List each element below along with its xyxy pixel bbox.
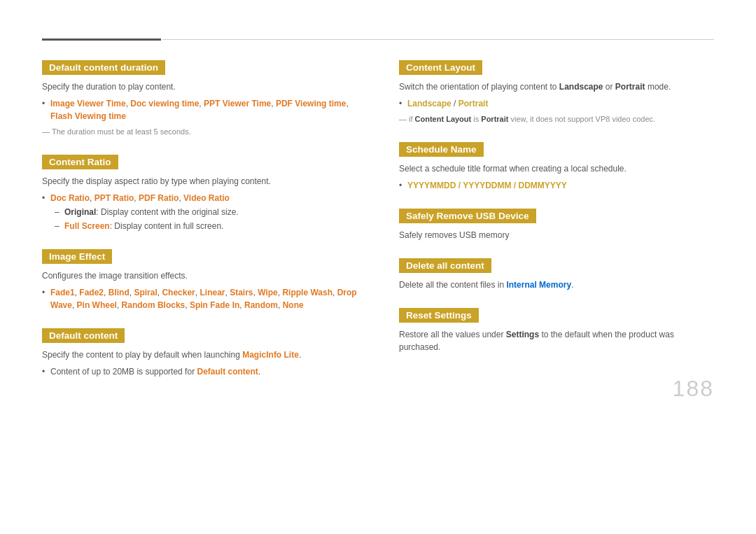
link-none: None bbox=[283, 300, 304, 310]
left-column: Default content duration Specify the dur… bbox=[42, 60, 357, 395]
note-default-content-duration: The duration must be at least 5 seconds. bbox=[42, 126, 357, 138]
desc-reset-settings: Restore all the values under Settings to… bbox=[399, 328, 714, 353]
link-flash-viewing-time: Flash Viewing time bbox=[50, 111, 126, 121]
text-full-screen: Full Screen bbox=[64, 221, 110, 231]
link-ppt-ratio: PPT Ratio bbox=[94, 193, 134, 203]
link-blind: Blind bbox=[108, 288, 130, 297]
link-date-formats: YYYYMMDD / YYYYDDMM / DDMMYYYY bbox=[407, 181, 567, 190]
section-default-content-duration: Default content duration Specify the dur… bbox=[42, 60, 357, 138]
desc-default-content-duration: Specify the duration to play content. bbox=[42, 80, 357, 93]
section-title-delete-all-content: Delete all content bbox=[399, 258, 491, 273]
desc-image-effect: Configures the image transition effects. bbox=[42, 269, 357, 282]
text-portrait: Portrait bbox=[615, 82, 645, 92]
section-default-content: Default content Specify the content to p… bbox=[42, 328, 357, 378]
link-image-viewer-time: Image Viewer Time bbox=[50, 99, 126, 108]
note-content-layout: if Content Layout is Portrait view, it d… bbox=[399, 113, 714, 125]
desc-safely-remove-usb: Safely removes USB memory bbox=[399, 229, 714, 241]
desc-content-layout: Switch the orientation of playing conten… bbox=[399, 80, 714, 93]
link-fade2: Fade2 bbox=[79, 288, 104, 297]
right-column: Content Layout Switch the orientation of… bbox=[399, 60, 714, 395]
section-safely-remove-usb: Safely Remove USB Device Safely removes … bbox=[399, 209, 714, 241]
link-linear: Linear bbox=[200, 288, 225, 297]
link-default-content-ref: Default content bbox=[197, 367, 258, 377]
list-item: Landscape / Portrait bbox=[407, 97, 714, 110]
page-number: 188 bbox=[673, 376, 714, 402]
section-schedule-name: Schedule Name Select a schedule title fo… bbox=[399, 142, 714, 192]
section-title-content-layout: Content Layout bbox=[399, 60, 482, 75]
desc-default-content: Specify the content to play by default w… bbox=[42, 349, 357, 361]
top-line-dark bbox=[42, 38, 161, 41]
section-content-ratio: Content Ratio Specify the display aspect… bbox=[42, 155, 357, 232]
list-item: YYYYMMDD / YYYYDDMM / DDMMYYYY bbox=[407, 179, 714, 192]
desc-schedule-name: Select a schedule title format when crea… bbox=[399, 162, 714, 175]
bullet-list-content-ratio: Doc Ratio, PPT Ratio, PDF Ratio, Video R… bbox=[42, 192, 357, 232]
section-title-image-effect: Image Effect bbox=[42, 249, 112, 264]
section-title-content-ratio: Content Ratio bbox=[42, 155, 118, 169]
link-internal-memory: Internal Memory bbox=[506, 280, 571, 290]
link-portrait: Portrait bbox=[458, 99, 489, 108]
two-column-layout: Default content duration Specify the dur… bbox=[42, 60, 714, 395]
desc-content-ratio: Specify the display aspect ratio by type… bbox=[42, 175, 357, 188]
section-title-default-content-duration: Default content duration bbox=[42, 60, 165, 75]
link-ppt-viewer-time: PPT Viewer Time bbox=[204, 99, 271, 108]
link-stairs: Stairs bbox=[230, 288, 253, 297]
desc-delete-all-content: Delete all the content files in Internal… bbox=[399, 279, 714, 291]
text-landscape: Landscape bbox=[559, 82, 603, 92]
bullet-list-content-layout: Landscape / Portrait bbox=[399, 97, 714, 110]
section-title-reset-settings: Reset Settings bbox=[399, 308, 479, 323]
link-landscape: Landscape bbox=[407, 99, 451, 108]
list-item: Fade1, Fade2, Blind, Spiral, Checker, Li… bbox=[50, 286, 357, 311]
link-random: Random bbox=[244, 300, 278, 310]
link-wipe: Wipe bbox=[258, 288, 278, 297]
bullet-list-default-content-duration: Image Viewer Time, Doc viewing time, PPT… bbox=[42, 97, 357, 122]
list-item: Original: Display content with the origi… bbox=[64, 206, 357, 218]
bullet-list-image-effect: Fade1, Fade2, Blind, Spiral, Checker, Li… bbox=[42, 286, 357, 311]
link-random-blocks: Random Blocks bbox=[122, 300, 186, 310]
top-line-light bbox=[162, 39, 714, 40]
link-fade1: Fade1 bbox=[50, 288, 75, 297]
section-delete-all-content: Delete all content Delete all the conten… bbox=[399, 258, 714, 291]
bullet-list-schedule-name: YYYYMMDD / YYYYDDMM / DDMMYYYY bbox=[399, 179, 714, 192]
text-original: Original bbox=[64, 207, 96, 217]
text-settings-ref: Settings bbox=[506, 330, 539, 339]
link-spiral: Spiral bbox=[134, 288, 157, 297]
section-image-effect: Image Effect Configures the image transi… bbox=[42, 249, 357, 311]
link-video-ratio: Video Ratio bbox=[183, 193, 230, 203]
page-container: Default content duration Specify the dur… bbox=[0, 0, 756, 423]
text-portrait-ref: Portrait bbox=[481, 115, 508, 123]
bullet-list-default-content: Content of up to 20MB is supported for D… bbox=[42, 365, 357, 378]
link-ripple-wash: Ripple Wash bbox=[282, 288, 332, 297]
list-item: Full Screen: Display content in full scr… bbox=[64, 220, 357, 232]
link-pdf-ratio: PDF Ratio bbox=[139, 193, 178, 203]
list-item: Content of up to 20MB is supported for D… bbox=[50, 365, 357, 378]
section-title-default-content: Default content bbox=[42, 328, 125, 343]
section-content-layout: Content Layout Switch the orientation of… bbox=[399, 60, 714, 125]
link-checker: Checker bbox=[162, 288, 195, 297]
link-pin-wheel: Pin Wheel bbox=[77, 300, 117, 310]
link-pdf-viewing-time: PDF Viewing time bbox=[276, 99, 346, 108]
link-magicinfo-lite: MagicInfo Lite bbox=[242, 350, 299, 360]
link-doc-viewing-time: Doc viewing time bbox=[130, 99, 199, 108]
top-lines bbox=[42, 38, 714, 41]
text-content-layout-ref: Content Layout bbox=[415, 115, 472, 123]
list-item: Image Viewer Time, Doc viewing time, PPT… bbox=[50, 97, 357, 122]
sub-bullet-list-content-ratio: Original: Display content with the origi… bbox=[50, 206, 357, 232]
section-title-schedule-name: Schedule Name bbox=[399, 142, 484, 157]
section-title-safely-remove-usb: Safely Remove USB Device bbox=[399, 209, 536, 223]
link-doc-ratio: Doc Ratio bbox=[50, 193, 90, 203]
section-reset-settings: Reset Settings Restore all the values un… bbox=[399, 308, 714, 353]
list-item: Doc Ratio, PPT Ratio, PDF Ratio, Video R… bbox=[50, 192, 357, 232]
link-spin-fade-in: Spin Fade In bbox=[190, 300, 239, 310]
